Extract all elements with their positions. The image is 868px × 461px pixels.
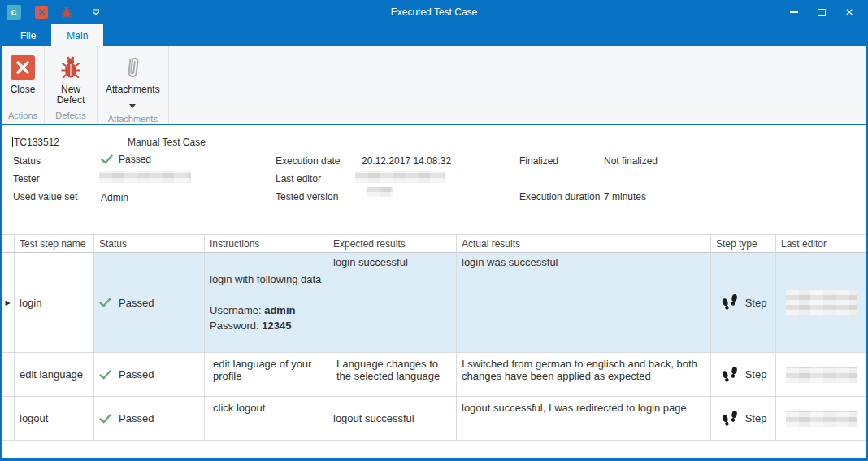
title-bar: c ✕ Executed Test Case ✕: [2, 0, 866, 24]
cell-expected-results[interactable]: Language changes to the selected languag…: [328, 353, 457, 397]
execution-date-value: 20.12.2017 14:08:32: [362, 155, 451, 167]
close-button[interactable]: Close: [5, 51, 41, 97]
used-value-set-value: Admin: [101, 192, 128, 203]
cell-actual-results[interactable]: logout successful, I was redirected to l…: [457, 397, 711, 441]
step-type-text: Step: [745, 412, 767, 424]
status-text: Passed: [119, 368, 154, 381]
row-indicator[interactable]: ▶: [2, 253, 15, 353]
app-logo-icon[interactable]: c: [7, 5, 21, 20]
last-editor-value-redacted: [355, 171, 445, 183]
cell-status[interactable]: Passed: [94, 397, 205, 441]
execution-date-label: Execution date: [276, 155, 340, 167]
column-header-step-type[interactable]: Step type: [711, 235, 776, 253]
attachments-button-label: Attachments: [106, 85, 160, 95]
checkmark-icon: [99, 370, 111, 380]
finalized-value: Not finalized: [604, 155, 658, 167]
minimize-button[interactable]: [782, 2, 806, 22]
execution-duration-value: 7 minutes: [604, 191, 646, 202]
ribbon-group-actions: Close Actions: [2, 46, 45, 124]
cell-instructions[interactable]: login with following data Username: admi…: [205, 253, 328, 353]
cell-test-step-name[interactable]: logout: [15, 397, 94, 441]
cell-expected-results[interactable]: logout successful: [328, 397, 457, 441]
close-window-button[interactable]: ✕: [837, 2, 861, 22]
row-indicator[interactable]: [2, 397, 15, 441]
footprints-icon: [720, 410, 740, 428]
tab-main[interactable]: Main: [51, 24, 103, 46]
last-editor-redacted: [786, 411, 857, 427]
row-indicator[interactable]: [2, 353, 15, 397]
ribbon-group-attachments: Attachments Attachments: [98, 46, 169, 124]
cell-status[interactable]: Passed: [94, 253, 205, 353]
cell-step-type[interactable]: Step: [711, 397, 776, 441]
last-editor-redacted: [786, 290, 857, 315]
cell-last-editor[interactable]: [776, 353, 866, 397]
attachments-button[interactable]: Attachments: [101, 51, 165, 113]
column-header-test-step-name[interactable]: Test step name: [15, 235, 94, 253]
instructions-password: Password: 12345: [210, 318, 321, 333]
quick-access-dropdown-icon[interactable]: [92, 9, 100, 15]
attachments-dropdown-icon: [129, 97, 136, 111]
cell-expected-results[interactable]: login successful: [328, 253, 457, 353]
column-header-status[interactable]: Status: [94, 235, 205, 253]
column-header-actual-results[interactable]: Actual results: [457, 235, 711, 253]
group-label-actions: Actions: [2, 110, 44, 124]
ribbon: Close Actions: [2, 46, 866, 125]
cell-instructions[interactable]: edit language of your profile: [205, 353, 328, 397]
footprints-icon: [720, 366, 740, 384]
ribbon-tab-row: File Main: [2, 24, 866, 46]
test-case-type: Manual Test Case: [128, 137, 206, 148]
tester-label: Tester: [13, 173, 40, 185]
quick-close-icon[interactable]: ✕: [35, 6, 48, 19]
column-header-expected-results[interactable]: Expected results: [328, 235, 457, 253]
cell-status[interactable]: Passed: [94, 353, 205, 397]
instructions-username: Username: admin: [210, 302, 321, 318]
column-header-instructions[interactable]: Instructions: [205, 235, 328, 253]
last-editor-label: Last editor: [276, 173, 321, 185]
maximize-button[interactable]: [809, 2, 834, 22]
paperclip-icon: [123, 54, 143, 81]
status-text: Passed: [119, 412, 154, 424]
step-type-text: Step: [745, 297, 767, 309]
checkmark-icon: [99, 298, 111, 307]
cell-actual-results[interactable]: I switched from german to englisch and b…: [457, 353, 711, 397]
last-editor-redacted: [786, 367, 857, 383]
test-case-id-field[interactable]: TC133512: [12, 137, 59, 148]
cell-last-editor[interactable]: [776, 397, 866, 441]
status-text: Passed: [119, 297, 154, 309]
cell-instructions[interactable]: click logout: [205, 397, 328, 441]
group-label-attachments: Attachments: [98, 113, 168, 125]
ribbon-group-defects: New Defect Defects: [45, 46, 98, 124]
bug-icon: [59, 55, 82, 80]
tab-file[interactable]: File: [5, 24, 51, 46]
window-controls: ✕: [782, 2, 861, 22]
new-defect-button-label: New Defect: [53, 85, 89, 106]
cell-actual-results[interactable]: login was successful: [457, 253, 711, 353]
quick-access-separator: [28, 6, 28, 19]
window-title: Executed Test Case: [2, 7, 866, 18]
cell-last-editor[interactable]: [776, 253, 866, 353]
tested-version-label: Tested version: [276, 191, 338, 202]
close-icon: ✕: [845, 7, 853, 17]
cell-test-step-name[interactable]: login: [15, 253, 94, 353]
minimize-icon: [790, 11, 798, 13]
used-value-set-label: Used value set: [13, 191, 77, 202]
row-indicator-header: [2, 235, 15, 253]
new-defect-button[interactable]: New Defect: [48, 51, 93, 107]
execution-duration-label: Execution duration: [519, 191, 600, 202]
instructions-intro: login with following data: [210, 272, 321, 287]
status-value: Passed: [101, 154, 151, 165]
text-cursor: [12, 137, 13, 147]
test-steps-grid: Test step name Status Instructions Expec…: [2, 234, 866, 441]
checkmark-icon: [99, 414, 111, 424]
status-label: Status: [13, 155, 41, 167]
quick-bug-icon[interactable]: [59, 5, 74, 20]
cell-step-type[interactable]: Step: [711, 353, 776, 397]
cell-step-type[interactable]: Step: [711, 253, 776, 353]
tester-value-redacted: [99, 171, 191, 183]
finalized-label: Finalized: [519, 155, 558, 167]
maximize-icon: [818, 9, 826, 16]
group-label-defects: Defects: [45, 110, 97, 124]
footprints-icon: [720, 294, 740, 311]
column-header-last-editor[interactable]: Last editor: [776, 235, 866, 253]
cell-test-step-name[interactable]: edit language: [15, 353, 94, 397]
